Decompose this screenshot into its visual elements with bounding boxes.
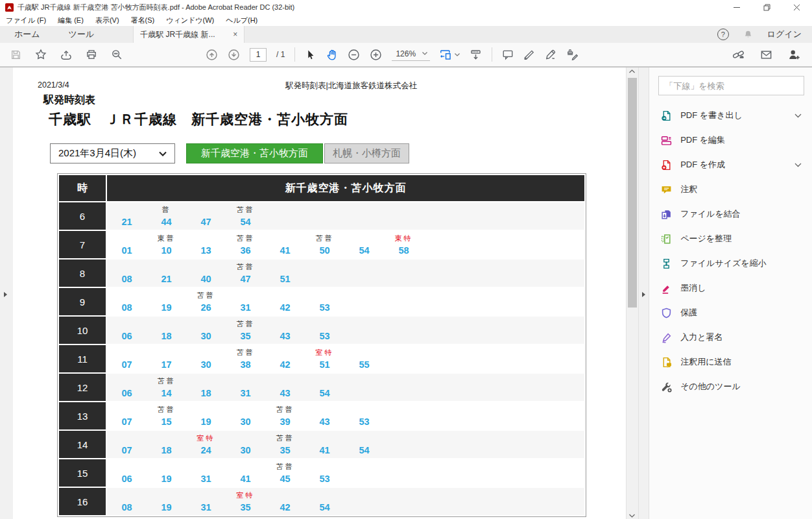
menu-file[interactable]: ファイル (F) bbox=[0, 16, 52, 25]
fill-sign-tool-icon[interactable] bbox=[545, 49, 556, 60]
sidebar-item-combine-files[interactable]: ファイルを結合 bbox=[658, 202, 804, 226]
departure-time[interactable]: 17 bbox=[161, 359, 171, 370]
departure-time[interactable]: 54 bbox=[359, 245, 369, 256]
departure-time[interactable]: 06 bbox=[121, 388, 132, 398]
login-button[interactable]: ログイン bbox=[767, 29, 802, 40]
departure-time[interactable]: 51 bbox=[280, 274, 290, 284]
departure-time[interactable]: 51 bbox=[319, 359, 329, 370]
print-icon[interactable] bbox=[86, 49, 97, 60]
hand-tool-icon[interactable] bbox=[326, 49, 338, 61]
minimize-icon[interactable] bbox=[733, 3, 741, 11]
sidebar-item-more-tools[interactable]: その他のツール bbox=[658, 374, 804, 399]
departure-time[interactable]: 35 bbox=[240, 502, 250, 513]
departure-time[interactable]: 18 bbox=[200, 388, 211, 398]
menu-view[interactable]: 表示(V) bbox=[90, 16, 125, 25]
tools-search-input[interactable] bbox=[658, 76, 804, 95]
departure-time[interactable]: 43 bbox=[280, 388, 290, 398]
sidebar-item-redact[interactable]: 墨消し bbox=[658, 276, 804, 300]
departure-time[interactable]: 06 bbox=[121, 331, 132, 341]
departure-time[interactable]: 19 bbox=[161, 502, 171, 513]
departure-time[interactable]: 31 bbox=[200, 474, 211, 484]
departure-time[interactable]: 07 bbox=[121, 359, 132, 370]
departure-time[interactable]: 08 bbox=[121, 274, 132, 284]
share-upload-icon[interactable] bbox=[60, 49, 72, 60]
help-icon[interactable]: ? bbox=[717, 29, 729, 40]
departure-time[interactable]: 18 bbox=[161, 445, 171, 455]
departure-time[interactable]: 44 bbox=[161, 217, 171, 227]
direction-button-airport-tomakomai[interactable]: 新千歳空港・苫小牧方面 bbox=[186, 143, 323, 163]
departure-time[interactable]: 26 bbox=[200, 302, 211, 313]
menu-window[interactable]: ウィンドウ(W) bbox=[160, 16, 220, 25]
departure-time[interactable]: 45 bbox=[280, 474, 290, 484]
departure-time[interactable]: 41 bbox=[280, 245, 290, 256]
departure-time[interactable]: 53 bbox=[319, 474, 329, 484]
stamp-tool-icon[interactable] bbox=[566, 49, 578, 60]
departure-time[interactable]: 19 bbox=[161, 474, 171, 484]
departure-time[interactable]: 10 bbox=[161, 245, 171, 256]
departure-time[interactable]: 43 bbox=[319, 416, 329, 427]
sidebar-item-create-pdf[interactable]: PDF を作成 bbox=[658, 152, 804, 177]
zoom-level-select[interactable]: 126% bbox=[392, 49, 430, 61]
departure-time[interactable]: 54 bbox=[319, 388, 329, 398]
departure-time[interactable]: 31 bbox=[240, 388, 250, 398]
highlight-tool-icon[interactable] bbox=[523, 49, 535, 60]
scroll-up-icon[interactable] bbox=[629, 69, 635, 73]
next-page-icon[interactable] bbox=[228, 49, 240, 61]
add-user-icon[interactable] bbox=[788, 49, 800, 61]
restore-icon[interactable] bbox=[763, 3, 770, 11]
departure-time[interactable]: 19 bbox=[161, 302, 171, 313]
scrollbar-thumb[interactable] bbox=[628, 78, 637, 308]
departure-time[interactable]: 18 bbox=[161, 331, 171, 341]
previous-page-icon[interactable] bbox=[206, 49, 218, 61]
departure-time[interactable]: 30 bbox=[200, 331, 211, 341]
departure-time[interactable]: 54 bbox=[319, 502, 329, 513]
departure-time[interactable]: 07 bbox=[121, 416, 132, 427]
star-icon[interactable] bbox=[35, 49, 47, 60]
sidebar-item-send-for-comments[interactable]: 注釈用に送信 bbox=[658, 350, 804, 374]
departure-time[interactable]: 30 bbox=[240, 416, 250, 427]
scroll-down-icon[interactable] bbox=[629, 514, 635, 518]
sidebar-item-fill-sign[interactable]: 入力と署名 bbox=[658, 325, 804, 350]
departure-time[interactable]: 47 bbox=[240, 274, 250, 284]
departure-time[interactable]: 36 bbox=[240, 245, 250, 256]
departure-time[interactable]: 38 bbox=[240, 359, 250, 370]
departure-time[interactable]: 31 bbox=[240, 302, 250, 313]
tab-close-icon[interactable]: × bbox=[233, 30, 237, 39]
departure-time[interactable]: 40 bbox=[200, 274, 211, 284]
departure-time[interactable]: 21 bbox=[161, 274, 171, 284]
departure-time[interactable]: 35 bbox=[280, 445, 290, 455]
departure-time[interactable]: 13 bbox=[200, 245, 211, 256]
sidebar-item-edit-pdf[interactable]: PDF を編集 bbox=[658, 128, 804, 152]
bell-icon[interactable] bbox=[743, 30, 753, 40]
departure-time[interactable]: 53 bbox=[319, 302, 329, 313]
departure-time[interactable]: 54 bbox=[240, 217, 250, 227]
departure-time[interactable]: 08 bbox=[121, 302, 132, 313]
departure-time[interactable]: 19 bbox=[200, 416, 211, 427]
menu-sign[interactable]: 署名(S) bbox=[125, 16, 161, 25]
departure-time[interactable]: 42 bbox=[280, 302, 290, 313]
departure-time[interactable]: 53 bbox=[359, 416, 369, 427]
save-icon[interactable] bbox=[10, 49, 21, 60]
departure-time[interactable]: 54 bbox=[359, 445, 369, 455]
tab-home[interactable]: ホーム bbox=[0, 26, 54, 43]
collapse-tools-pane-icon[interactable] bbox=[641, 291, 646, 298]
departure-time[interactable]: 30 bbox=[200, 359, 211, 370]
page-number-input[interactable] bbox=[250, 48, 267, 62]
sidebar-item-organize-pages[interactable]: ページを整理 bbox=[658, 226, 804, 251]
departure-time[interactable]: 42 bbox=[280, 502, 290, 513]
departure-time[interactable]: 43 bbox=[280, 331, 290, 341]
sidebar-item-comment[interactable]: 注釈 bbox=[658, 177, 804, 202]
scrolling-mode-icon[interactable] bbox=[470, 49, 482, 61]
departure-time[interactable]: 47 bbox=[200, 217, 211, 227]
departure-time[interactable]: 21 bbox=[121, 217, 132, 227]
zoom-out-icon[interactable] bbox=[348, 49, 360, 61]
expand-nav-pane-icon[interactable] bbox=[3, 291, 8, 298]
departure-time[interactable]: 39 bbox=[280, 416, 290, 427]
departure-time[interactable]: 01 bbox=[121, 245, 132, 256]
departure-time[interactable]: 07 bbox=[121, 445, 132, 455]
departure-time[interactable]: 42 bbox=[280, 359, 290, 370]
departure-time[interactable]: 08 bbox=[121, 502, 132, 513]
menu-help[interactable]: ヘルプ(H) bbox=[220, 16, 263, 25]
share-link-icon[interactable] bbox=[732, 49, 745, 61]
vertical-scrollbar[interactable] bbox=[626, 67, 638, 519]
